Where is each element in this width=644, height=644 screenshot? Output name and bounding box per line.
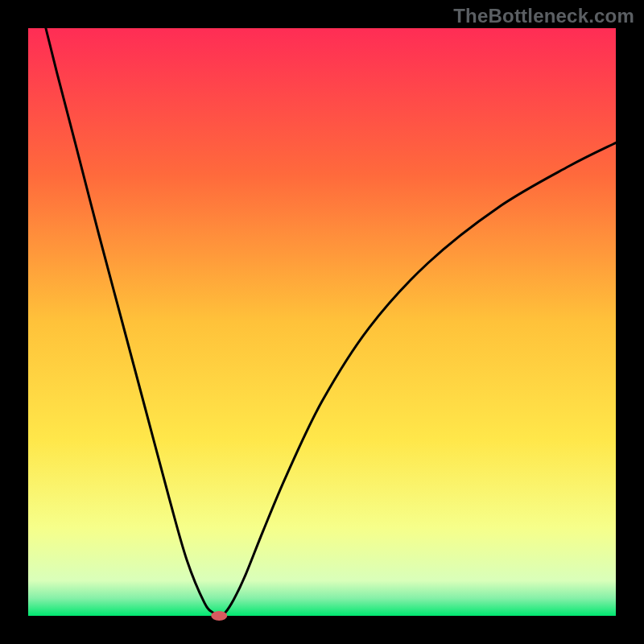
chart-frame: TheBottleneck.com	[0, 0, 644, 644]
sweet-spot-marker	[211, 611, 227, 621]
bottleneck-chart	[0, 0, 644, 644]
plot-background	[28, 28, 616, 616]
watermark-text: TheBottleneck.com	[453, 5, 634, 27]
